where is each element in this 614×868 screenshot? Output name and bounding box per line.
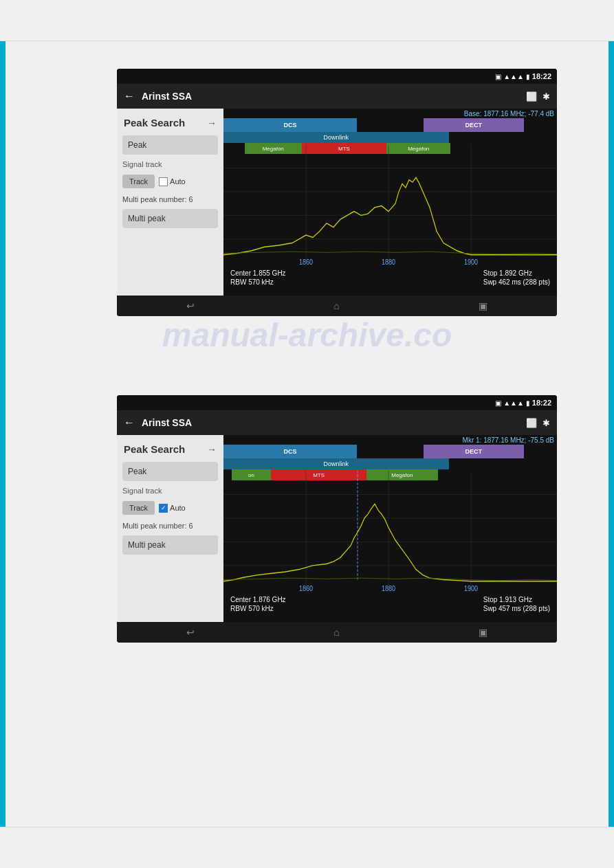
screenshot-2: ▣ ▲▲▲ ▮ 18:22 ← Arinst SSA ⬜ ✱ Peak Sear… [117, 395, 557, 643]
svg-text:1860: 1860 [299, 258, 314, 266]
app-bar-icons-2: ⬜ ✱ [526, 418, 550, 428]
band-row1-2: DCS DECT [223, 445, 557, 458]
nav-back-1[interactable]: ↩ [186, 300, 195, 311]
spectrum-bottom-left-2: Center 1.876 GHz RBW 570 kHz [230, 596, 286, 612]
nav-recent-1[interactable]: ▣ [479, 300, 487, 311]
band-dect-2: DECT [424, 445, 524, 458]
spectrum-bottom-left-1: Center 1.855 GHz RBW 570 kHz [230, 269, 286, 286]
nav-bar-1: ↩ ⌂ ▣ [117, 296, 557, 316]
window-icon-2[interactable]: ⬜ [526, 418, 537, 428]
nav-home-2[interactable]: ⌂ [333, 627, 339, 638]
rbw-label-1: RBW [230, 278, 246, 286]
peak-button-1[interactable]: Peak [122, 135, 218, 155]
multi-peak-button-1[interactable]: Multi peak [122, 209, 218, 228]
spectrum-bottom-1: Center 1.855 GHz RBW 570 kHz Stop 1.892 … [223, 267, 557, 296]
signal-track-label-2: Signal track [122, 487, 218, 495]
sweep-val-2: 457 ms (288 pts) [498, 605, 550, 612]
auto-checkbox-1[interactable] [159, 177, 168, 186]
app-bar-2: ← Arinst SSA ⬜ ✱ [117, 410, 557, 435]
bluetooth-icon-1[interactable]: ✱ [542, 91, 550, 102]
battery-icon-2: ▮ [526, 399, 530, 407]
nav-recent-2[interactable]: ▣ [479, 627, 487, 638]
nav-bar-2: ↩ ⌂ ▣ [117, 622, 557, 643]
rbw-info-1: RBW 570 kHz [230, 278, 286, 286]
panel-title-1: Peak Search [124, 117, 185, 129]
stop-val-1: 1.892 GHz [499, 269, 532, 277]
side-panel-2: Peak Search → Peak Signal track Track ✓ … [117, 435, 223, 622]
rbw-info-2: RBW 570 kHz [230, 605, 286, 612]
sweep-label-2: Swp [483, 605, 496, 612]
back-button-2[interactable]: ← [124, 416, 135, 429]
watermark-line1: manual-archive.co [162, 316, 452, 354]
screenshot-1: ▣ ▲▲▲ ▮ 18:22 ← Arinst SSA ⬜ ✱ Peak Sear… [117, 69, 557, 316]
info-line-2: Mkr 1: 1877.16 MHz; -75.5 dB [463, 436, 554, 444]
app-title-2: Arinst SSA [142, 417, 519, 428]
stop-label-1: Stop [483, 269, 498, 277]
track-row-2: Track ✓ Auto [122, 500, 218, 516]
right-border [608, 0, 614, 868]
track-row-1: Track Auto [122, 173, 218, 190]
back-button-1[interactable]: ← [124, 90, 135, 102]
center-val-2: 1.876 GHz [253, 596, 286, 603]
rbw-val-2: 570 kHz [248, 605, 274, 612]
panel-title-2: Peak Search [124, 443, 185, 455]
rbw-val-1: 570 kHz [248, 278, 274, 286]
spectrum-canvas-1: 1860 1880 1900 [223, 144, 557, 267]
info-label-2: Mkr 1: [463, 436, 482, 444]
nav-back-2[interactable]: ↩ [186, 627, 195, 638]
center-label-2: Center [230, 596, 251, 603]
sweep-info-1: Swp 462 ms (288 pts) [483, 278, 550, 286]
window-icon-1[interactable]: ⬜ [526, 91, 537, 102]
center-info-1: Center 1.855 GHz [230, 269, 286, 277]
auto-label-2: Auto [170, 504, 186, 512]
signal-track-label-1: Signal track [122, 160, 218, 168]
stop-label-2: Stop [483, 596, 498, 603]
spectrum-area-2: Mkr 1: 1877.16 MHz; -75.5 dB DCS DECT Do… [223, 435, 557, 622]
band-empty2-1 [524, 118, 558, 132]
sweep-label-1: Swp [483, 278, 496, 286]
band-dcs-2: DCS [223, 445, 357, 458]
sweep-val-1: 462 ms (288 pts) [498, 278, 550, 286]
status-icons-1: ▣ ▲▲▲ ▮ 18:22 [495, 72, 551, 80]
auto-checkbox-2[interactable]: ✓ [159, 504, 168, 513]
status-time-2: 18:22 [532, 399, 551, 407]
panel-header-2: Peak Search → [122, 441, 218, 458]
app-bar-1: ← Arinst SSA ⬜ ✱ [117, 84, 557, 109]
band-empty1-1 [357, 118, 424, 132]
band-dcs-1: DCS [223, 118, 357, 132]
track-button-2[interactable]: Track [122, 501, 155, 515]
spectrum-area-1: Base: 1877.16 MHz; -77.4 dB DCS DECT Dow… [223, 109, 557, 296]
auto-checkbox-label-2[interactable]: ✓ Auto [159, 504, 186, 513]
sim-icon-2: ▣ [495, 399, 501, 407]
panel-back-btn-1[interactable]: → [207, 118, 217, 129]
rbw-label-2: RBW [230, 605, 246, 612]
side-panel-1: Peak Search → Peak Signal track Track Au… [117, 109, 223, 296]
status-time-1: 18:22 [532, 72, 551, 80]
info-label-1: Base: [464, 110, 482, 118]
spectrum-bottom-right-1: Stop 1.892 GHz Swp 462 ms (288 pts) [483, 269, 550, 286]
panel-back-btn-2[interactable]: → [207, 444, 217, 455]
bluetooth-icon-2[interactable]: ✱ [542, 418, 550, 428]
band-row1-1: DCS DECT [223, 118, 557, 132]
svg-text:1860: 1860 [299, 584, 314, 592]
spectrum-canvas-2: 1860 1880 1900 [223, 471, 557, 593]
sim-icon-1: ▣ [495, 73, 501, 80]
stop-val-2: 1.913 GHz [499, 596, 532, 603]
auto-label-1: Auto [170, 177, 186, 186]
multi-peak-button-2[interactable]: Multi peak [122, 535, 218, 555]
peak-button-2[interactable]: Peak [122, 462, 218, 481]
svg-text:1900: 1900 [464, 584, 479, 592]
center-label-1: Center [230, 269, 251, 277]
info-line-1: Base: 1877.16 MHz; -77.4 dB [464, 110, 554, 118]
info-freq-1: 1877.16 MHz; [483, 110, 526, 118]
signal-icon-2: ▲▲▲ [503, 399, 524, 407]
band-downlink-2: Downlink [223, 458, 449, 469]
track-button-1[interactable]: Track [122, 175, 155, 188]
panel-header-1: Peak Search → [122, 114, 218, 131]
app-title-1: Arinst SSA [142, 91, 519, 102]
info-freq-2: 1877.16 MHz; [483, 436, 526, 444]
nav-home-1[interactable]: ⌂ [333, 300, 339, 311]
spectrum-svg-2: 1860 1880 1900 [223, 471, 557, 593]
bottom-bar [0, 827, 614, 868]
auto-checkbox-label-1[interactable]: Auto [159, 177, 186, 186]
